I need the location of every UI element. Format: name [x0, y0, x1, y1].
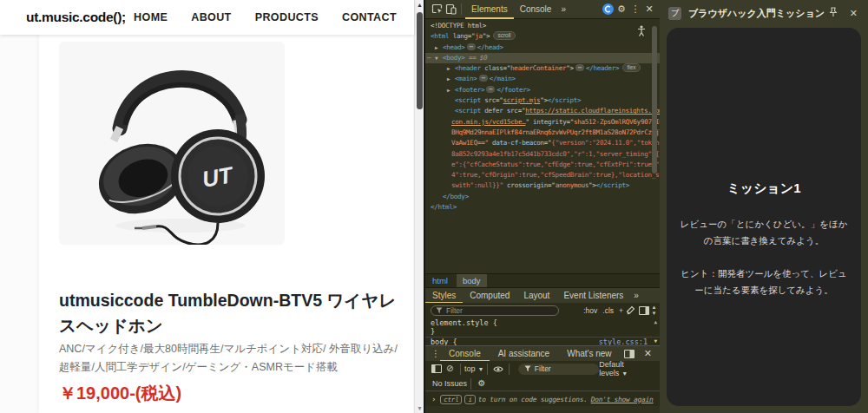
mission-title: ミッション1 [667, 180, 861, 197]
code-token: == $0 [465, 54, 488, 62]
console-filter-input[interactable]: Filter [518, 364, 599, 375]
nav-item-products[interactable]: PRODUCTS [255, 11, 319, 23]
code-token: e":{"cfCacheStatus":true,"cfEdge":true,"… [451, 161, 660, 168]
toggle-hover-state[interactable]: :hov [583, 306, 597, 315]
dom-line[interactable]: swith":null}}" crossorigin="anonymous"><… [425, 180, 660, 191]
dom-line[interactable]: </body> [425, 192, 660, 202]
rendering-emulation-icon[interactable] [623, 304, 637, 318]
code-token: =" [496, 96, 503, 104]
expand-arrow-closed-icon[interactable]: ▶ [447, 74, 450, 84]
dom-line[interactable]: ▶<header class="headerContainer">⋯</head… [425, 63, 660, 74]
tab-elements[interactable]: Elements [465, 0, 514, 19]
expand-arrow-closed-icon[interactable]: ▶ [447, 85, 450, 95]
nav-item-about[interactable]: ABOUT [191, 11, 231, 23]
expand-arrow-closed-icon[interactable]: ▶ [435, 43, 438, 53]
dom-line[interactable]: con.min.js/vcd15cbe…" integrity="sha512-… [425, 117, 660, 128]
devtools: Elements Console » ⚙ ⋮ ✕ <!DOCTYPE html>… [424, 0, 660, 413]
elements-scrollbar-thumb[interactable] [652, 26, 657, 174]
close-devtools-icon[interactable]: ✕ [642, 3, 656, 16]
styles-tab-layout[interactable]: Layout [516, 288, 556, 304]
settings-gear-icon[interactable]: ⚙ [615, 3, 628, 16]
web-page: ut.music.code(); HOMEABOUTPRODUCTSCONTAC… [0, 0, 414, 413]
dom-line[interactable]: <script defer src="https://static.cloudf… [425, 106, 660, 116]
console-sidebar-toggle-icon[interactable] [430, 362, 443, 376]
more-tabs-icon[interactable]: » [557, 4, 569, 14]
code-token: <body> [443, 54, 465, 62]
headphones-illustration: UT [59, 42, 285, 245]
collapsed-content-ellipsis[interactable]: ⋯ [479, 75, 488, 82]
styles-scroll-up[interactable]: ▲ [654, 318, 657, 324]
pin-panel-icon[interactable] [829, 5, 838, 21]
dom-line[interactable]: ⋯▼<body> == $0 [425, 53, 660, 63]
dom-line[interactable]: ▶<footer>⋯</footer> [425, 85, 660, 95]
dom-line[interactable]: 8a852c9293a4e1fb17c5d41b733cdc0","r":1,"… [425, 149, 660, 160]
dom-gutter-dots[interactable]: ⋯ [427, 53, 431, 63]
badge-scroll[interactable]: scroll [493, 31, 515, 40]
drawer-kebab-icon[interactable]: ⋮ [431, 349, 440, 358]
badge-flex[interactable]: flex [622, 63, 640, 72]
nav-item-contact[interactable]: CONTACT [342, 11, 397, 23]
dom-line[interactable]: BHq9Md29nnaEIPlkf84rnaERnq6zvWvPUqr2ft8M… [425, 128, 660, 138]
styles-scroll-buttons[interactable]: ▲▼ [650, 305, 658, 317]
styles-filter-input[interactable]: Filter [431, 305, 559, 316]
breadcrumb-body[interactable]: body [457, 274, 487, 288]
expand-arrow-closed-icon[interactable]: ▶ [447, 63, 450, 74]
dont-show-again-link[interactable]: Don't show again [591, 396, 654, 403]
no-issues-label[interactable]: No Issues [432, 379, 467, 388]
product-card: UT utmusiccode TumbleDown-BTV5 ワイヤレスヘッドホ… [39, 35, 413, 413]
drawer-tab-bar: ⋮ ConsoleAI assistanceWhat's new ✕ [425, 345, 660, 361]
collapsed-content-ellipsis[interactable]: ⋯ [575, 64, 584, 71]
dom-line[interactable]: </html> [425, 202, 660, 213]
code-token: =" [548, 181, 556, 189]
extension-favicon: ブ [668, 7, 681, 20]
styles-scroll-down[interactable]: ▼ [654, 338, 657, 344]
console-context-select[interactable]: top▼ [464, 364, 483, 373]
close-drawer-icon[interactable]: ✕ [644, 349, 652, 358]
devtools-status-icon[interactable] [601, 3, 615, 16]
code-token: crossorigin [507, 181, 548, 189]
console-settings-gear-icon[interactable]: ⚙ [475, 377, 489, 390]
site-logo[interactable]: ut.music.code(); [26, 10, 126, 25]
styles-tab-event-listeners[interactable]: Event Listeners [556, 288, 630, 304]
expand-arrow-open-icon[interactable]: ▼ [435, 53, 438, 63]
collapsed-content-ellipsis[interactable]: ⋯ [467, 43, 476, 50]
inspect-element-icon[interactable] [430, 3, 444, 16]
console-prompt[interactable]: › ctrl i to turn on code suggestions. Do… [425, 392, 660, 406]
drawer-tab-what's-new[interactable]: What's new [558, 346, 620, 362]
styles-tab-styles[interactable]: Styles [425, 288, 463, 304]
drawer-tab-console[interactable]: Console [440, 346, 490, 362]
kebab-menu-icon[interactable]: ⋮ [628, 3, 642, 16]
product-image: UT [59, 42, 285, 245]
dom-line[interactable]: ▶<head>⋯</head> [425, 43, 660, 53]
toggle-classes[interactable]: .cls [602, 306, 614, 315]
breadcrumb-html[interactable]: html [432, 276, 448, 285]
accessibility-person-icon[interactable] [637, 24, 646, 40]
computed-sidebar-toggle-icon[interactable] [637, 304, 651, 318]
dom-line[interactable]: 4":true,"cfOrigin":true,"cfSpeedBrain":t… [425, 170, 660, 180]
live-expression-eye-icon[interactable] [491, 362, 504, 376]
dom-line[interactable]: <html lang="ja">scroll [425, 31, 660, 42]
device-toolbar-icon[interactable] [444, 3, 457, 16]
screenshot-root: ut.music.code(); HOMEABOUTPRODUCTSCONTAC… [0, 0, 868, 413]
page-scrollbar[interactable]: ▲ ▼ [414, 0, 424, 413]
nav-item-home[interactable]: HOME [134, 11, 168, 23]
dom-line[interactable]: VaAw1EQ==" data-cf-beacon="{"version":"2… [425, 138, 660, 148]
dom-line[interactable]: ▶<main>⋯</main> [425, 74, 660, 84]
dom-line[interactable]: <!DOCTYPE html> [425, 21, 660, 31]
dom-tree: <!DOCTYPE html><html lang="ja">scroll▶<h… [425, 21, 660, 213]
scrollbar-thumb[interactable] [417, 12, 423, 109]
code-token: class [484, 64, 503, 72]
dom-line[interactable]: <script src="script.mjs"></script> [425, 95, 660, 106]
dom-line[interactable]: e":{"cfCacheStatus":true,"cfEdge":true,"… [425, 160, 660, 170]
tab-console[interactable]: Console [514, 0, 558, 19]
log-levels-select[interactable]: Default levels▼ [599, 360, 653, 377]
dock-drawer-icon[interactable] [622, 347, 636, 361]
close-panel-icon[interactable]: ✕ [850, 9, 858, 18]
devtools-toolbar: Elements Console » ⚙ ⋮ ✕ [425, 0, 660, 19]
element-style-rule[interactable]: element.style { [431, 318, 497, 327]
collapsed-content-ellipsis[interactable]: ⋯ [486, 86, 495, 93]
more-styles-tabs-icon[interactable]: » [630, 291, 642, 300]
drawer-tab-ai-assistance[interactable]: AI assistance [490, 346, 558, 362]
clear-console-icon[interactable]: ⊘ [443, 362, 456, 376]
styles-tab-computed[interactable]: Computed [463, 288, 516, 304]
